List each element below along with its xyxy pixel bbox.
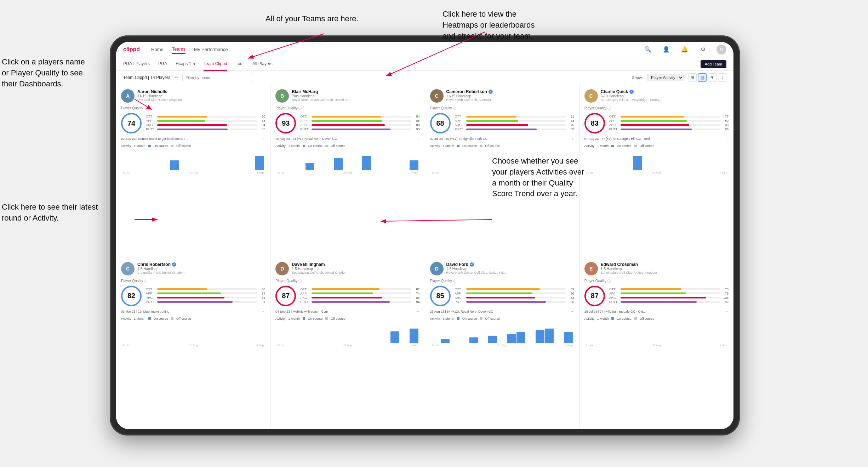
latest-round[interactable]: 02 Sep 23 | Sunset round to get back int… <box>121 136 265 141</box>
search-icon[interactable]: 🔍 <box>643 45 653 55</box>
quality-circle[interactable]: 93 <box>275 113 296 133</box>
quality-circle[interactable]: 87 <box>584 286 605 306</box>
latest-round-text: 03 Mar 23 | 19, Must make putting <box>121 310 169 313</box>
player-club: St. George's Hill GC - Weybridge - Surre… <box>601 98 664 102</box>
latest-round[interactable]: 18 Jul 23 | 74 (+4), Sunningdale GC - Ol… <box>584 309 729 314</box>
stat-value: 81 <box>258 296 265 300</box>
stat-bar-bg <box>621 124 720 126</box>
latest-round[interactable]: 03 Mar 23 | 19, Must make putting → <box>121 309 265 314</box>
sub-nav-all-players[interactable]: All Players <box>252 57 273 71</box>
stat-name: APP <box>146 119 156 123</box>
show-select[interactable]: Player Activity <box>647 74 684 81</box>
quality-circle[interactable]: 74 <box>121 113 142 133</box>
latest-round[interactable]: 04 Sep 23 | Mobility with coach, Gym → <box>275 309 419 314</box>
quality-circle[interactable]: 85 <box>430 286 451 306</box>
player-handicap: 11-15 Handicap <box>137 94 265 98</box>
latest-round[interactable]: 07 Aug 23 | 77 (+7), St George's Hill GC… <box>584 136 729 141</box>
latest-round-arrow[interactable]: → <box>261 309 265 314</box>
nav-item-performance[interactable]: My Performance <box>194 45 228 53</box>
nav-item-teams[interactable]: Teams <box>172 45 185 54</box>
stat-bar-fill <box>312 124 384 126</box>
stat-name: OTT <box>300 287 310 291</box>
chart-bar-empty <box>605 342 613 343</box>
list-view-icon[interactable]: ▦ <box>698 73 707 82</box>
chart-label-end: 4 Sep <box>256 344 264 347</box>
off-course-label: Off course <box>176 144 191 148</box>
stat-name: PUTT <box>146 127 156 131</box>
quality-circle[interactable]: 83 <box>584 113 605 133</box>
user-icon[interactable]: 👤 <box>661 45 671 55</box>
player-name[interactable]: Edward Crossman <box>601 262 729 267</box>
grid-view-icon[interactable]: ⊞ <box>688 73 697 82</box>
search-input[interactable] <box>182 73 253 82</box>
latest-round-arrow[interactable]: → <box>416 136 420 141</box>
nav-item-home[interactable]: Home <box>151 45 164 53</box>
player-handicap: Plus Handicap <box>292 94 419 98</box>
stat-value: 77 <box>258 292 265 295</box>
sub-nav-hcaps[interactable]: Hcaps 1-5 <box>176 57 195 71</box>
avatar[interactable]: U <box>716 45 726 55</box>
latest-round-arrow[interactable]: → <box>416 309 420 314</box>
quality-circle[interactable]: 68 <box>430 113 451 133</box>
bell-icon[interactable]: 🔔 <box>680 45 690 55</box>
player-card[interactable]: D Dave Billingham 1-5 Handicap Sog Magin… <box>270 257 424 429</box>
off-course-dot <box>634 145 637 147</box>
stat-name: OTT <box>300 115 310 118</box>
edit-icon[interactable]: ✏ <box>175 75 178 80</box>
latest-round[interactable]: 26 Aug 23 | 73 (+1), Royal North Devon G… <box>275 136 419 141</box>
filter-icon[interactable]: ▼ <box>708 73 716 82</box>
player-name[interactable]: Chris Robertson ✓ <box>137 262 265 267</box>
player-card[interactable]: A Aaron Nicholls 11-15 Handicap Drift Go… <box>116 84 270 257</box>
add-team-button[interactable]: Add Team <box>701 60 726 68</box>
activity-header: Activity · 1 Month On course Off course <box>584 144 729 148</box>
player-card[interactable]: E Edward Crossman 1-5 Handicap Sunningda… <box>579 257 733 429</box>
verified-icon: ✓ <box>629 90 634 94</box>
quality-circle[interactable]: 87 <box>275 286 296 306</box>
chart-bar-empty <box>709 342 718 343</box>
player-name[interactable]: Aaron Nicholls <box>137 89 265 94</box>
sort-icon[interactable]: ↕ <box>718 73 726 82</box>
latest-round-arrow[interactable]: → <box>724 309 729 314</box>
latest-round-arrow[interactable]: → <box>570 136 574 141</box>
player-card[interactable]: C Chris Robertson ✓ 1-5 Handicap Craigmi… <box>116 257 270 429</box>
player-name[interactable]: David Ford ✓ <box>446 262 574 267</box>
quality-section[interactable]: 82 OTT 60 APP 77 ARG 81 PUTT <box>121 286 265 306</box>
player-name[interactable]: Blair McHarg <box>292 89 419 94</box>
on-course-dot <box>611 317 614 320</box>
settings-icon[interactable]: ⚙ <box>698 45 708 55</box>
player-name[interactable]: Cameron Robertson ✓ <box>446 89 574 94</box>
quality-section[interactable]: 83 OTT 77 APP 80 ARG 83 PUTT <box>584 113 729 133</box>
quality-section[interactable]: 93 OTT 84 APP 85 ARG 88 PUTT <box>275 113 419 133</box>
player-card[interactable]: C Charlie Quick ✓ 6-10 Handicap St. Geor… <box>579 84 733 257</box>
chart-bar <box>545 329 554 343</box>
latest-round-arrow[interactable]: → <box>261 136 265 141</box>
player-name[interactable]: Dave Billingham <box>292 262 419 267</box>
sub-nav-team-clippd[interactable]: Team Clippd <box>204 57 227 71</box>
chart-bar-empty <box>680 342 689 343</box>
quality-section[interactable]: 74 OTT 60 APP 58 ARG 84 PUTT <box>121 113 265 133</box>
sub-nav-pga[interactable]: PGA <box>158 57 167 71</box>
quality-section[interactable]: 85 OTT 89 APP 80 ARG 83 PUTT <box>430 286 574 306</box>
on-course-label: On course <box>308 144 323 148</box>
quality-section[interactable]: 87 OTT 82 APP 74 ARG 85 PUTT <box>275 286 419 306</box>
player-card[interactable]: B Blair McHarg Plus Handicap Royal North… <box>270 84 424 257</box>
quality-circle[interactable]: 82 <box>121 286 142 306</box>
latest-round-arrow[interactable]: → <box>570 309 574 314</box>
latest-round-arrow[interactable]: → <box>724 136 729 141</box>
player-card[interactable]: D David Ford ✓ 1-5 Handicap Royal North … <box>425 257 579 429</box>
quality-section[interactable]: 87 OTT 73 APP 79 ARG 103 PUTT <box>584 286 729 306</box>
latest-round[interactable]: 02 Jul 23 | 59 (+17), Craigmillar Park G… <box>430 136 574 141</box>
player-name[interactable]: Charlie Quick ✓ <box>601 89 729 94</box>
stat-row: OTT 60 <box>146 115 265 118</box>
stat-bar-fill <box>466 297 535 298</box>
quality-section[interactable]: 68 OTT 61 APP 63 ARG 75 PUTT <box>430 113 574 133</box>
sub-nav-tour[interactable]: Tour <box>236 57 244 71</box>
activity-label: Activity · 1 Month <box>584 144 609 148</box>
quality-stats: OTT 89 APP 80 ARG 83 PUTT 96 <box>455 287 574 304</box>
sub-nav-pgat[interactable]: PGAT Players <box>123 57 150 71</box>
stat-bar-bg <box>157 124 257 126</box>
player-header: C Cameron Robertson ✓ 11-15 Handicap Roy… <box>430 89 574 103</box>
sub-nav: PGAT Players PGA Hcaps 1-5 Team Clippd T… <box>116 57 733 71</box>
latest-round[interactable]: 26 Aug 23 | 84 (+12), Royal North Devon … <box>430 309 574 314</box>
activity-chart <box>584 149 729 170</box>
